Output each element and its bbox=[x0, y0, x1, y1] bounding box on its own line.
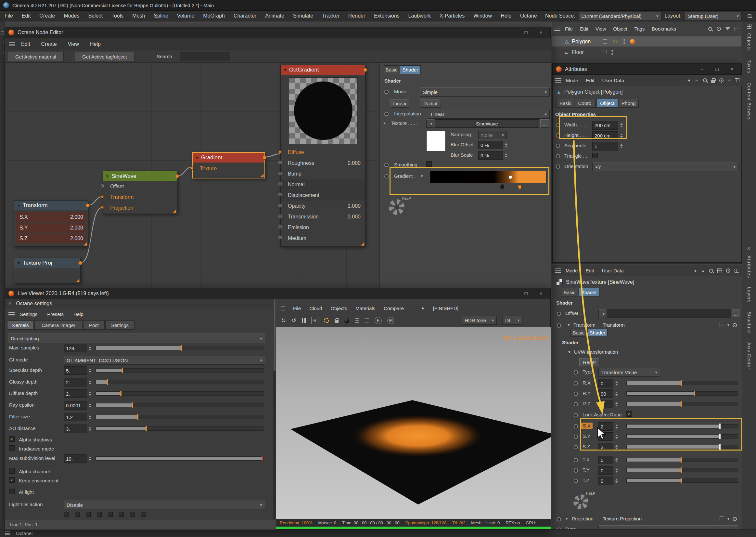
panel-grid-icon[interactable] bbox=[747, 24, 751, 29]
minimize-button[interactable]: – bbox=[505, 28, 517, 37]
sx-slider[interactable] bbox=[626, 424, 738, 429]
menu-item[interactable]: Help bbox=[501, 13, 511, 19]
keyframe-radio[interactable] bbox=[574, 381, 578, 386]
ty-slider[interactable] bbox=[626, 468, 738, 472]
pause-icon[interactable] bbox=[302, 318, 303, 323]
vertical-tab[interactable]: Axis Center bbox=[746, 342, 752, 369]
menu-item[interactable]: Animate bbox=[265, 13, 284, 19]
material-ball-icon[interactable] bbox=[344, 318, 349, 323]
attributes-titlebar[interactable]: Attributes – □ × bbox=[552, 64, 741, 75]
port-dot[interactable] bbox=[279, 204, 282, 207]
filter-size-slider[interactable] bbox=[95, 415, 263, 419]
port-dot[interactable] bbox=[101, 206, 104, 209]
keyframe-radio[interactable] bbox=[574, 479, 578, 483]
glossy-depth-stepper[interactable] bbox=[87, 378, 93, 387]
hamburger-icon[interactable] bbox=[555, 268, 561, 273]
width-field[interactable]: 200 cm bbox=[592, 121, 618, 130]
tab-basic[interactable]: Basic bbox=[561, 288, 578, 297]
menu-item[interactable]: Mode bbox=[566, 78, 578, 83]
gi-mode-select[interactable]: GI_AMBIENT_OCCLUSION bbox=[64, 356, 265, 365]
filter-size-field[interactable]: 1.2 bbox=[64, 413, 87, 421]
gradient-knob[interactable] bbox=[509, 175, 512, 179]
port-medium[interactable]: Medium bbox=[281, 233, 365, 243]
hamburger-icon[interactable] bbox=[555, 78, 561, 83]
grid-icon[interactable] bbox=[720, 516, 724, 521]
rx-field[interactable]: 0 bbox=[598, 379, 613, 388]
rx-slider[interactable] bbox=[626, 381, 738, 385]
port-dot[interactable] bbox=[279, 193, 282, 196]
target-icon[interactable] bbox=[733, 517, 737, 521]
offset-field[interactable] bbox=[607, 310, 731, 318]
tz-slider[interactable] bbox=[626, 478, 738, 483]
node-expander-icon[interactable]: ▼ bbox=[106, 174, 109, 178]
node-textureproj[interactable]: ▼ Texture Proj ◢ bbox=[14, 258, 81, 283]
visibility-dots-icon[interactable] bbox=[611, 50, 613, 55]
node-octgradient[interactable]: ▼ OctGradient Diffuse Roughness0.000 Bum… bbox=[281, 65, 365, 247]
orientation-select[interactable]: +Y bbox=[592, 163, 738, 171]
port-dot[interactable] bbox=[279, 225, 282, 228]
keyframe-radio[interactable] bbox=[556, 154, 560, 158]
maximize-button[interactable]: □ bbox=[520, 289, 532, 298]
texture-field[interactable]: SineWave bbox=[435, 119, 539, 128]
close-button[interactable]: × bbox=[535, 28, 547, 37]
keyframe-radio[interactable] bbox=[556, 144, 560, 148]
diffuse-depth-field[interactable]: 2. bbox=[64, 390, 87, 398]
width-stepper[interactable] bbox=[619, 121, 624, 129]
tz-stepper[interactable] bbox=[614, 476, 619, 485]
keyframe-radio[interactable] bbox=[574, 469, 578, 473]
light-id-checkbox[interactable] bbox=[75, 512, 80, 517]
light-id-checkbox[interactable] bbox=[119, 512, 124, 517]
transform-row-sx[interactable]: S.X2.000 bbox=[16, 212, 87, 222]
keyframe-radio[interactable] bbox=[574, 458, 578, 462]
object-row-polygon[interactable]: △ Polygon ✓✓ bbox=[552, 36, 741, 47]
keyframe-radio[interactable] bbox=[384, 90, 389, 94]
max-samples-slider[interactable] bbox=[95, 346, 263, 350]
tab-basic[interactable]: Basic bbox=[556, 99, 574, 107]
light-id-checkbox[interactable] bbox=[86, 512, 91, 517]
menu-item[interactable]: User Data bbox=[602, 268, 624, 273]
light-id-checkbox[interactable] bbox=[64, 512, 68, 517]
rx-stepper[interactable] bbox=[614, 379, 619, 388]
diffuse-depth-stepper[interactable] bbox=[87, 390, 93, 398]
alpha-channel-checkbox[interactable] bbox=[9, 468, 15, 474]
glossy-depth-field[interactable]: 2. bbox=[64, 378, 87, 387]
ry-slider[interactable] bbox=[626, 392, 738, 395]
hamburger-icon[interactable] bbox=[554, 27, 560, 31]
vertical-tab[interactable]: Takes bbox=[746, 60, 752, 73]
sx-label[interactable]: S.X bbox=[581, 423, 592, 429]
max-samples-field[interactable]: 128. bbox=[64, 344, 87, 352]
play-icon[interactable]: ► bbox=[421, 306, 425, 310]
tab-kernels[interactable]: Kernels bbox=[7, 320, 34, 330]
kernel-select[interactable]: Directlighting bbox=[8, 334, 265, 343]
port-texture[interactable]: Texture bbox=[193, 163, 264, 174]
sx-field[interactable]: 2. bbox=[598, 422, 613, 431]
tab-object[interactable]: Object bbox=[596, 99, 618, 107]
live-viewer-titlebar[interactable]: Live Viewer 2020.1.5-R4 (519 days left) … bbox=[5, 288, 550, 299]
keep-environment-checkbox[interactable]: ✓ bbox=[9, 477, 15, 483]
max-subdivision-stepper[interactable] bbox=[87, 454, 93, 463]
ray-epsilon-field[interactable]: 0.0001 bbox=[64, 401, 87, 410]
menu-item[interactable]: Materials bbox=[356, 306, 375, 311]
light-id-checkbox[interactable] bbox=[97, 512, 102, 517]
menu-item[interactable]: Edit bbox=[22, 13, 31, 19]
node-output-dot[interactable] bbox=[86, 203, 90, 207]
keyframe-radio[interactable] bbox=[556, 133, 560, 138]
search-icon[interactable] bbox=[747, 14, 751, 18]
refresh-icon[interactable]: ↻ bbox=[281, 317, 286, 324]
port-dot[interactable] bbox=[101, 184, 104, 187]
octane-help-icon[interactable] bbox=[573, 494, 588, 509]
tz-field[interactable]: 0 bbox=[598, 476, 613, 485]
grid-icon[interactable] bbox=[720, 323, 724, 327]
back-arrow-icon[interactable]: ◄ bbox=[687, 78, 691, 83]
mode-select[interactable]: Simple bbox=[420, 87, 550, 97]
menu-item[interactable]: Cloud bbox=[309, 306, 322, 311]
menu-item[interactable]: Volume bbox=[177, 13, 194, 19]
hamburger-icon[interactable] bbox=[9, 312, 15, 316]
port-dot[interactable] bbox=[279, 150, 282, 153]
menu-item[interactable]: View bbox=[68, 41, 79, 47]
tab-settings[interactable]: Settings bbox=[105, 320, 134, 330]
close-button[interactable]: × bbox=[726, 65, 738, 73]
sy-stepper[interactable] bbox=[614, 432, 619, 441]
menu-item[interactable]: Create bbox=[41, 41, 57, 47]
node-resize-icon[interactable]: ◢ bbox=[260, 173, 263, 178]
